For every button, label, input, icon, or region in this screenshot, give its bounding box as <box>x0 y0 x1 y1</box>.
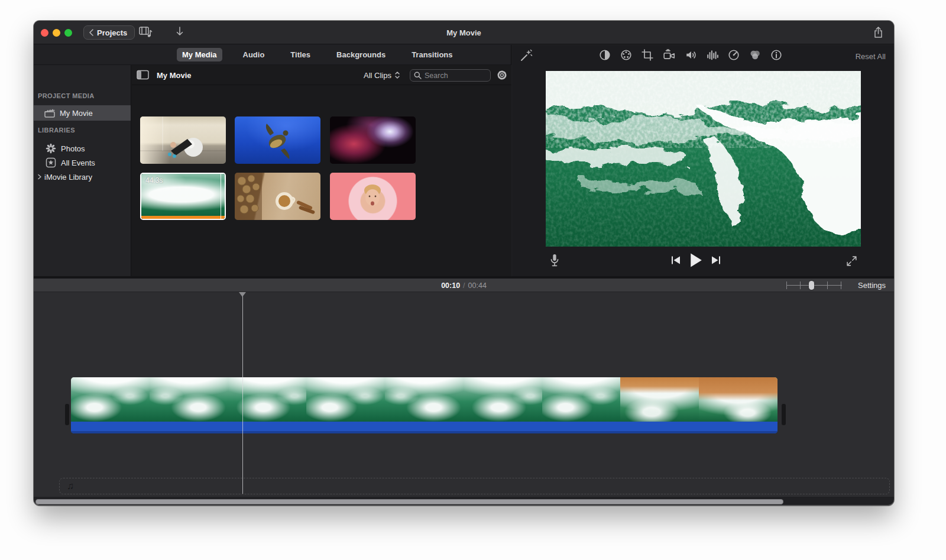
skimmer-line <box>221 174 221 219</box>
timeline-clip-ocean[interactable] <box>71 377 777 433</box>
download-arrow-icon[interactable] <box>176 26 184 37</box>
sidebar-item-my-movie[interactable]: My Movie <box>34 105 131 121</box>
settings-button[interactable]: Settings <box>858 279 886 292</box>
sidebar-item-label: My Movie <box>60 109 93 118</box>
media-import-icon[interactable] <box>139 26 153 38</box>
tab-audio[interactable]: Audio <box>238 48 270 61</box>
sidebar-item-label: iMovie Library <box>44 173 92 182</box>
clip-thumbnail-spices[interactable] <box>235 173 320 220</box>
title-bar: Projects My Movie <box>34 21 894 44</box>
zoom-button[interactable] <box>64 29 72 37</box>
ocean-wave-frame <box>546 71 861 247</box>
filmstrip-frame <box>306 377 385 422</box>
back-to-projects-button[interactable]: Projects <box>83 25 135 40</box>
browser-header: My Movie All Clips <box>132 65 511 85</box>
left-trim-handle[interactable] <box>65 404 69 425</box>
crop-icon[interactable] <box>642 49 653 61</box>
content-area: My Media Audio Titles Backgrounds Transi… <box>34 45 894 276</box>
fullscreen-icon[interactable] <box>846 255 857 267</box>
contrast-icon[interactable] <box>599 49 611 61</box>
filmstrip-frame <box>542 377 621 422</box>
clip-thumbnail-ocean-waves[interactable]: 44.3s <box>140 173 226 220</box>
imovie-window: Projects My Movie My Media Audio Titles … <box>34 21 894 506</box>
timeline-area[interactable]: ♫ <box>34 292 894 497</box>
color-filters-icon[interactable] <box>749 49 761 61</box>
filmstrip-frame <box>71 377 150 422</box>
clip-art-detail <box>140 116 226 164</box>
volume-icon[interactable] <box>685 49 697 61</box>
media-browser: My Movie All Clips <box>132 65 511 276</box>
tab-transitions[interactable]: Transitions <box>406 48 458 61</box>
sidebar-item-label: All Events <box>61 158 95 167</box>
sidebar: PROJECT MEDIA My Movie LIBRARIES <box>34 65 131 276</box>
back-label: Projects <box>97 28 127 37</box>
tab-titles[interactable]: Titles <box>285 48 316 61</box>
media-tabs: My Media Audio Titles Backgrounds Transi… <box>34 45 511 65</box>
minimize-button[interactable] <box>53 29 60 37</box>
clip-filmstrip <box>71 377 777 422</box>
gear-icon[interactable] <box>497 70 507 80</box>
clip-duration-badge: 44.3s <box>145 176 163 184</box>
selection-range-stripe <box>141 216 225 219</box>
filmstrip-frame-beach <box>620 377 699 422</box>
background-music-track[interactable]: ♫ <box>59 478 890 494</box>
play-icon[interactable] <box>689 253 702 267</box>
sidebar-item-imovie-library[interactable]: iMovie Library <box>34 169 131 184</box>
timeline-zoom-slider[interactable] <box>786 281 842 289</box>
viewer-panel: Reset All <box>512 45 894 276</box>
clip-thumbnail-nebula[interactable] <box>330 116 416 164</box>
adjust-toolbar <box>599 49 782 61</box>
clip-thumbnail-turtle[interactable] <box>235 116 320 164</box>
sidebar-item-photos[interactable]: Photos <box>34 141 131 156</box>
stabilization-icon[interactable] <box>663 49 676 61</box>
chevron-updown-icon <box>394 71 400 79</box>
time-separator: / <box>463 281 465 290</box>
search-icon <box>414 72 422 79</box>
transport-controls <box>670 253 721 267</box>
playhead[interactable] <box>242 292 243 494</box>
total-time: 00:44 <box>468 281 487 290</box>
all-clips-filter[interactable]: All Clips <box>364 65 400 85</box>
share-icon[interactable] <box>873 27 883 38</box>
playhead-handle[interactable] <box>239 292 246 297</box>
clip-art-detail <box>235 173 320 220</box>
sidebar-toggle-icon[interactable] <box>137 70 149 80</box>
chevron-left-icon <box>89 29 94 36</box>
zoom-slider-thumb[interactable] <box>809 281 814 290</box>
libraries-header: LIBRARIES <box>38 127 75 134</box>
clip-thumbnail-exercise[interactable] <box>140 116 226 164</box>
timeline-toolbar: 00:10 / 00:44 Settings <box>34 279 894 292</box>
skip-back-icon[interactable] <box>670 255 681 265</box>
speed-icon[interactable] <box>728 49 740 61</box>
filmstrip-frame-beach <box>699 377 777 422</box>
star-box-icon <box>46 157 56 168</box>
window-title: My Movie <box>34 21 894 44</box>
clapboard-icon <box>44 109 55 118</box>
search-input[interactable] <box>425 72 487 80</box>
music-note-icon: ♫ <box>67 481 74 491</box>
chevron-right-icon <box>37 174 42 180</box>
skip-forward-icon[interactable] <box>711 255 721 265</box>
enhance-wand-icon[interactable] <box>520 49 533 62</box>
clip-thumbnail-portrait[interactable] <box>330 173 416 220</box>
clip-audio-waveform-bar[interactable] <box>71 422 777 433</box>
color-balance-icon[interactable] <box>620 49 632 61</box>
microphone-icon[interactable] <box>549 253 561 268</box>
close-button[interactable] <box>41 29 48 37</box>
search-field[interactable] <box>410 69 491 82</box>
reset-all-button[interactable]: Reset All <box>856 52 886 61</box>
tab-my-media[interactable]: My Media <box>177 48 222 61</box>
right-trim-handle[interactable] <box>782 404 786 425</box>
timeline-horizontal-scrollbar[interactable] <box>35 499 783 504</box>
clip-art <box>330 116 416 164</box>
sidebar-item-label: Photos <box>61 144 85 153</box>
clip-info-icon[interactable] <box>770 49 782 61</box>
filmstrip-frame <box>385 377 464 422</box>
browser-title: My Movie <box>157 65 192 85</box>
clip-art-detail <box>330 173 416 220</box>
noise-reduction-icon[interactable] <box>707 49 718 61</box>
tab-backgrounds[interactable]: Backgrounds <box>331 48 391 61</box>
sidebar-item-all-events[interactable]: All Events <box>34 155 131 170</box>
current-time: 00:10 <box>441 281 460 290</box>
filmstrip-frame <box>228 377 307 422</box>
